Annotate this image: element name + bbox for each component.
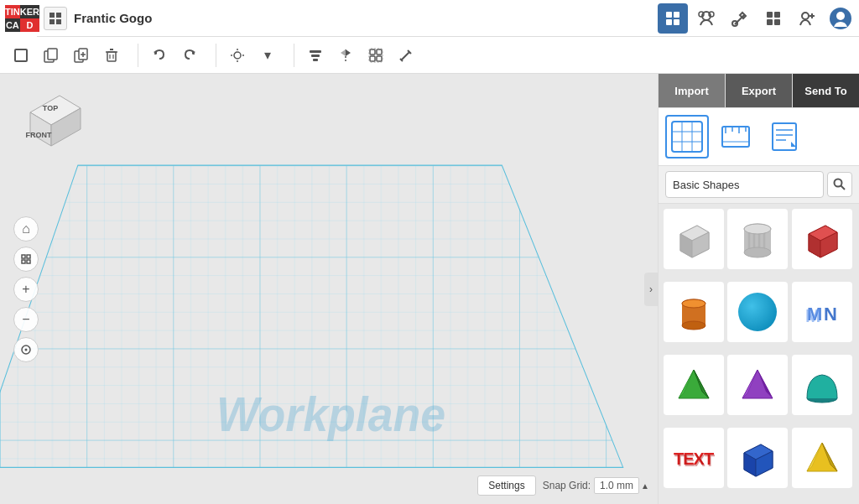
svg-marker-44 (346, 49, 351, 56)
zoom-in-button[interactable]: + (13, 277, 39, 302)
shape-pyramid-yellow[interactable] (792, 428, 852, 488)
toolbar-view-group: ▾ (223, 41, 282, 70)
tool-button[interactable] (392, 41, 420, 70)
svg-point-91 (744, 247, 771, 257)
main: TOP FRONT ⌂ + − (0, 74, 859, 504)
shapes-grid: M N M (659, 204, 859, 504)
flip-button[interactable] (331, 41, 360, 70)
shapes-dropdown[interactable]: Basic Shapes (665, 171, 824, 198)
svg-point-99 (682, 321, 705, 330)
add-user-button[interactable] (792, 3, 822, 34)
copy-button[interactable] (37, 41, 65, 70)
svg-rect-58 (27, 260, 30, 263)
snap-info: Snap Grid: 1.0 mm ▲ (543, 477, 649, 494)
svg-rect-56 (27, 255, 30, 258)
shape-text-3d[interactable]: M N M (792, 282, 852, 342)
svg-rect-69 (722, 127, 749, 147)
light-dropdown[interactable]: ▾ (253, 41, 282, 70)
logo-tl: TIN (5, 5, 20, 18)
shape-pyramid-purple[interactable] (727, 355, 788, 415)
svg-rect-40 (310, 50, 321, 53)
snap-up-arrow[interactable]: ▲ (641, 481, 649, 491)
shape-box-blue[interactable] (727, 428, 788, 488)
header: TIN KER CA D Frantic Gogo (0, 0, 859, 37)
svg-text:TEXT: TEXT (674, 451, 715, 470)
svg-text:M: M (805, 305, 820, 326)
community-button[interactable] (691, 3, 721, 34)
svg-marker-43 (341, 49, 346, 56)
svg-point-20 (836, 12, 845, 20)
svg-point-60 (25, 348, 28, 351)
undo-button[interactable] (145, 41, 174, 70)
svg-rect-2 (49, 19, 55, 24)
svg-rect-6 (666, 19, 672, 25)
svg-text:TOP: TOP (43, 104, 58, 112)
frame-button[interactable] (13, 247, 39, 272)
shape-cylinder-striped[interactable] (727, 209, 788, 269)
app-name: Frantic Gogo (74, 11, 152, 25)
cube-navigator[interactable]: TOP FRONT (13, 87, 89, 163)
svg-rect-14 (767, 19, 773, 25)
projects-button[interactable] (758, 3, 789, 34)
svg-text:FRONT: FRONT (26, 131, 52, 139)
grid-view-button[interactable] (658, 3, 688, 34)
shape-pyramid-green[interactable] (664, 355, 724, 415)
svg-text:N: N (824, 304, 837, 325)
delete-button[interactable] (97, 41, 126, 70)
settings-button[interactable]: Settings (477, 475, 535, 496)
redo-button[interactable] (175, 41, 204, 70)
ruler-panel-button[interactable] (714, 115, 757, 158)
panel-top-actions: Import Export Send To (659, 74, 859, 108)
rotate-button[interactable] (13, 337, 39, 362)
group-button[interactable] (362, 41, 390, 70)
shape-dome-teal[interactable] (792, 355, 852, 415)
svg-rect-5 (674, 12, 679, 18)
svg-text:Workplane: Workplane (216, 387, 445, 441)
canvas-area[interactable]: TOP FRONT ⌂ + − (0, 74, 658, 504)
new-button[interactable] (7, 41, 35, 70)
grid-icon-button[interactable] (44, 7, 67, 30)
toolbar: ▾ (0, 37, 859, 74)
svg-rect-1 (56, 13, 61, 18)
svg-point-100 (682, 299, 705, 308)
snap-label: Snap Grid: (543, 480, 591, 491)
duplicate-button[interactable] (67, 41, 96, 70)
shape-cylinder-orange[interactable] (664, 282, 724, 342)
toolbar-tools-group (301, 41, 420, 70)
shapes-search-button[interactable] (827, 172, 852, 197)
svg-rect-13 (774, 12, 780, 18)
svg-rect-12 (767, 12, 773, 18)
shape-box-red[interactable] (792, 209, 852, 269)
svg-rect-7 (674, 19, 679, 25)
grid-canvas: Workplane (0, 74, 658, 504)
notes-panel-button[interactable] (763, 115, 806, 158)
build-button[interactable] (725, 3, 755, 34)
panel-icons (659, 108, 859, 166)
svg-rect-15 (774, 19, 780, 25)
align-button[interactable] (301, 41, 330, 70)
import-button[interactable]: Import (659, 74, 726, 107)
toolbar-sep-1 (138, 44, 138, 67)
export-button[interactable]: Export (726, 74, 793, 107)
app-title-area: Frantic Gogo (37, 7, 658, 30)
light-button[interactable] (223, 41, 252, 70)
svg-rect-45 (370, 49, 375, 55)
svg-rect-41 (311, 55, 320, 57)
home-button[interactable]: ⌂ (13, 216, 39, 242)
toolbar-history-group (145, 41, 204, 70)
shape-box-gray[interactable] (664, 209, 724, 269)
panel-collapse-arrow[interactable]: › (644, 273, 658, 306)
toolbar-sep-2 (216, 44, 216, 67)
snap-value: 1.0 mm (594, 477, 639, 494)
toolbar-shape-group (7, 41, 126, 70)
zoom-out-button[interactable]: − (13, 307, 39, 332)
logo-bl: CA (5, 18, 20, 32)
svg-rect-42 (313, 59, 318, 61)
send-to-button[interactable]: Send To (793, 74, 859, 107)
shapes-selector: Basic Shapes (659, 166, 859, 204)
profile-button[interactable] (825, 3, 856, 34)
svg-point-79 (835, 179, 842, 187)
grid-panel-button[interactable] (665, 115, 709, 158)
shape-sphere-blue[interactable] (727, 282, 788, 342)
shape-text-red[interactable]: TEXT TEXT (664, 428, 724, 488)
